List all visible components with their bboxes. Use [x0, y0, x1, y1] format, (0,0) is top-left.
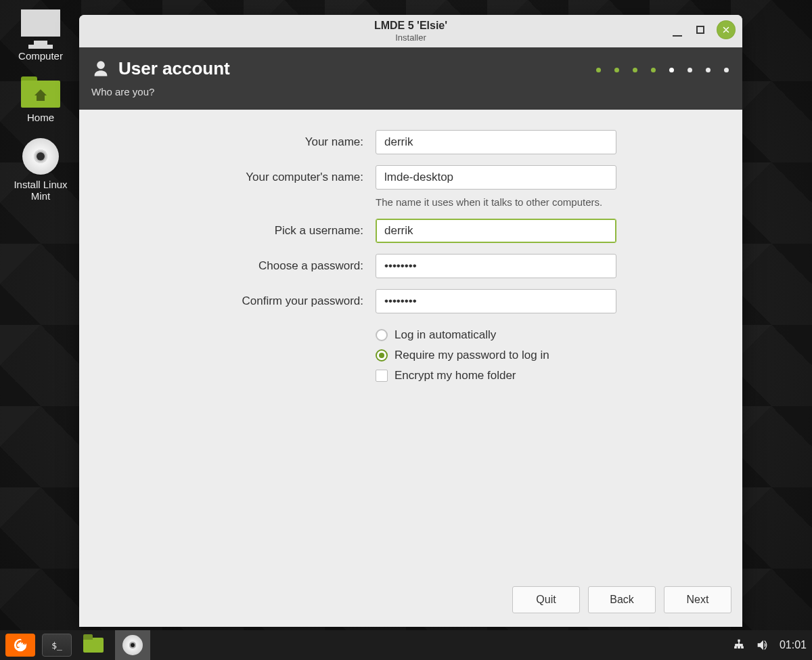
option-label: Require my password to log in — [394, 349, 549, 362]
progress-dot — [633, 68, 637, 72]
desktop-icon-install[interactable]: Install Linux Mint — [3, 126, 78, 204]
label-username: Pick a username: — [99, 224, 363, 238]
desktop-icon-label: Install Linux Mint — [3, 179, 78, 202]
progress-dot — [614, 68, 619, 72]
option-label: Encrypt my home folder — [394, 369, 516, 382]
radio-icon — [376, 329, 388, 341]
computer-name-hint: The name it uses when it talks to other … — [376, 196, 722, 208]
back-button[interactable]: Back — [588, 586, 656, 613]
quit-button[interactable]: Quit — [512, 586, 580, 613]
minimize-button[interactable] — [671, 23, 684, 37]
progress-dot — [706, 68, 710, 72]
firefox-icon — [13, 638, 28, 653]
progress-dot — [669, 68, 674, 72]
next-button[interactable]: Next — [664, 586, 731, 613]
network-icon[interactable] — [732, 638, 746, 652]
step-banner: User account Who are you? — [79, 47, 742, 110]
desktop-icon-home[interactable]: Home — [3, 64, 78, 126]
close-icon — [721, 25, 731, 35]
taskbar-firefox[interactable] — [5, 634, 35, 657]
svg-rect-1 — [738, 646, 740, 648]
checkbox-icon — [376, 370, 388, 382]
disc-icon — [22, 138, 59, 175]
label-password: Choose a password: — [99, 259, 363, 273]
progress-dot — [724, 68, 729, 72]
taskbar: $_ 01:01 — [0, 630, 812, 660]
folder-icon — [83, 638, 104, 653]
title-center: LMDE 5 'Elsie' Installer — [374, 20, 447, 43]
label-name: Your name: — [99, 135, 363, 149]
svg-rect-0 — [734, 646, 736, 648]
name-input[interactable] — [376, 130, 616, 154]
taskbar-terminal[interactable]: $_ — [42, 634, 72, 657]
step-title: User account — [118, 58, 230, 79]
volume-icon[interactable] — [755, 638, 770, 653]
terminal-icon: $_ — [51, 640, 62, 651]
window-buttons — [671, 20, 736, 39]
password-input[interactable] — [376, 254, 616, 278]
option-encrypt-home[interactable]: Encrypt my home folder — [376, 369, 722, 382]
system-tray: 01:01 — [732, 638, 807, 653]
window-title: LMDE 5 'Elsie' — [374, 20, 447, 32]
progress-dot — [596, 68, 601, 72]
form-area: Your name: Your computer's name: The nam… — [79, 110, 742, 574]
label-confirm: Confirm your password: — [99, 294, 363, 308]
username-input[interactable] — [376, 219, 616, 243]
desktop-icon-label: Computer — [3, 50, 78, 62]
window-subtitle: Installer — [374, 32, 447, 43]
footer-buttons: Quit Back Next — [79, 574, 742, 627]
installer-window: LMDE 5 'Elsie' Installer User account Wh… — [79, 15, 742, 627]
desktop-icon-computer[interactable]: Computer — [3, 3, 78, 64]
disc-icon — [122, 635, 143, 655]
taskbar-files[interactable] — [78, 634, 108, 657]
step-subtitle: Who are you? — [91, 86, 730, 97]
folder-home-icon — [21, 81, 60, 108]
user-icon — [91, 60, 110, 79]
titlebar[interactable]: LMDE 5 'Elsie' Installer — [79, 15, 742, 47]
svg-rect-2 — [741, 646, 743, 648]
clock[interactable]: 01:01 — [780, 639, 807, 651]
close-button[interactable] — [717, 20, 736, 39]
progress-dots — [596, 68, 729, 72]
label-computer: Your computer's name: — [99, 171, 363, 184]
desktop-icon-label: Home — [3, 112, 78, 123]
radio-icon — [376, 349, 388, 361]
progress-dot — [651, 68, 656, 72]
desktop-icons: Computer Home Install Linux Mint — [0, 3, 81, 204]
confirm-password-input[interactable] — [376, 289, 616, 313]
computer-name-input[interactable] — [376, 165, 616, 190]
progress-dot — [687, 68, 692, 72]
svg-rect-3 — [738, 640, 740, 642]
monitor-icon — [21, 9, 60, 37]
taskbar-installer[interactable] — [115, 630, 150, 660]
maximize-button[interactable] — [694, 23, 707, 37]
option-label: Log in automatically — [394, 328, 496, 342]
option-auto-login[interactable]: Log in automatically — [376, 328, 722, 342]
option-require-password[interactable]: Require my password to log in — [376, 349, 722, 362]
